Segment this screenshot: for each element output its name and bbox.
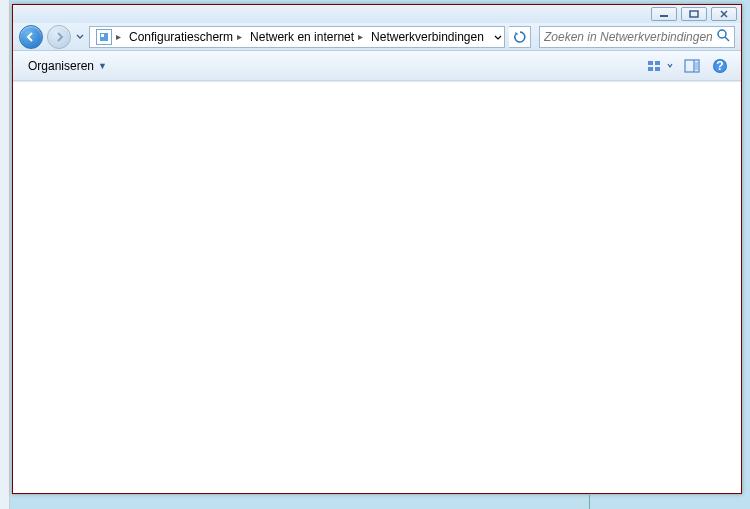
forward-arrow-icon [53, 31, 65, 43]
svg-point-6 [718, 30, 726, 38]
close-button[interactable] [711, 7, 737, 21]
breadcrumb-seg-3[interactable]: Netwerkverbindingen [367, 27, 488, 47]
chevron-down-icon: ▼ [98, 61, 107, 71]
desktop-edge-fragment [0, 0, 10, 509]
svg-rect-11 [655, 67, 660, 71]
breadcrumb-label: Configuratiescherm [129, 30, 233, 44]
search-box[interactable] [539, 26, 735, 48]
back-arrow-icon [25, 31, 37, 43]
chevron-down-icon [494, 35, 502, 41]
preview-pane-icon [684, 59, 700, 73]
help-icon: ? [712, 58, 728, 74]
explorer-window: ▸ Configuratiescherm ▸ Netwerk en intern… [12, 4, 742, 494]
control-panel-icon [96, 29, 112, 45]
svg-rect-0 [660, 15, 668, 17]
svg-rect-9 [655, 61, 660, 65]
search-input[interactable] [544, 30, 712, 44]
back-button[interactable] [19, 25, 43, 49]
svg-rect-5 [101, 34, 104, 37]
preview-pane-button[interactable] [679, 55, 705, 77]
command-toolbar: Organiseren ▼ ? [13, 51, 741, 81]
view-icon [647, 59, 661, 73]
window-titlebar[interactable] [13, 5, 741, 23]
view-options-button[interactable] [643, 55, 677, 77]
chevron-down-icon [667, 63, 673, 69]
minimize-icon [659, 10, 669, 18]
background-divider [589, 495, 590, 509]
breadcrumb-bar[interactable]: ▸ Configuratiescherm ▸ Netwerk en intern… [89, 26, 505, 48]
breadcrumb-label: Netwerk en internet [250, 30, 354, 44]
refresh-button[interactable] [509, 26, 531, 48]
breadcrumb-seg-1[interactable]: Configuratiescherm ▸ [125, 27, 246, 47]
svg-rect-14 [695, 62, 698, 70]
help-button[interactable]: ? [707, 55, 733, 77]
breadcrumb-chevron-icon: ▸ [358, 31, 363, 42]
svg-rect-10 [648, 67, 653, 71]
close-icon [719, 10, 729, 18]
organize-button[interactable]: Organiseren ▼ [21, 55, 114, 77]
content-area[interactable] [13, 81, 741, 493]
svg-rect-8 [648, 61, 653, 65]
svg-line-7 [725, 37, 729, 41]
svg-text:?: ? [716, 59, 723, 73]
breadcrumb-root[interactable]: ▸ [92, 27, 125, 47]
breadcrumb-dropdown[interactable] [488, 30, 505, 44]
forward-button[interactable] [47, 25, 71, 49]
breadcrumb-seg-2[interactable]: Netwerk en internet ▸ [246, 27, 367, 47]
chevron-down-icon [76, 34, 84, 40]
refresh-icon [513, 30, 527, 44]
svg-rect-1 [690, 11, 698, 17]
minimize-button[interactable] [651, 7, 677, 21]
maximize-icon [689, 10, 699, 18]
maximize-button[interactable] [681, 7, 707, 21]
breadcrumb-chevron-icon: ▸ [237, 31, 242, 42]
organize-label: Organiseren [28, 59, 94, 73]
address-bar: ▸ Configuratiescherm ▸ Netwerk en intern… [13, 23, 741, 51]
breadcrumb-chevron-icon: ▸ [116, 31, 121, 42]
breadcrumb-label: Netwerkverbindingen [371, 30, 484, 44]
nav-history-dropdown[interactable] [75, 34, 85, 40]
search-icon[interactable] [716, 28, 730, 45]
